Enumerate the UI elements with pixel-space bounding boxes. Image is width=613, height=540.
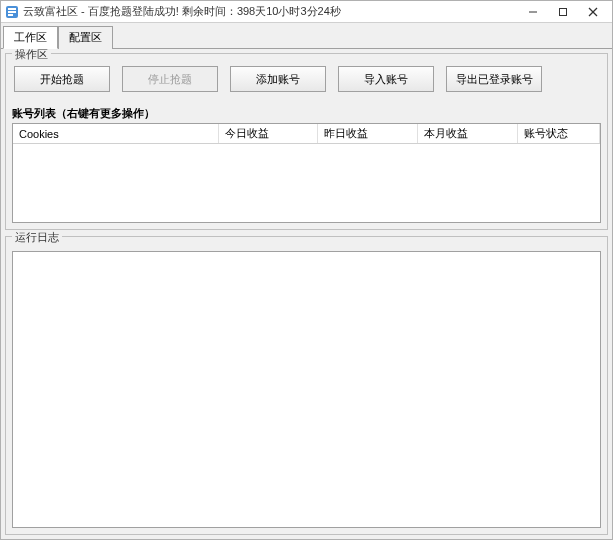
- stop-button[interactable]: 停止抢题: [122, 66, 218, 92]
- app-window: 云致富社区 - 百度抢题登陆成功! 剩余时间：398天10小时3分24秒 工作区…: [0, 0, 613, 540]
- svg-rect-5: [560, 8, 567, 15]
- table-header-row: Cookies 今日收益 昨日收益 本月收益 账号状态: [13, 124, 600, 144]
- export-account-button[interactable]: 导出已登录账号: [446, 66, 542, 92]
- col-status[interactable]: 账号状态: [517, 124, 599, 144]
- col-cookies[interactable]: Cookies: [13, 124, 218, 144]
- tab-bar: 工作区 配置区: [1, 23, 612, 48]
- import-account-button[interactable]: 导入账号: [338, 66, 434, 92]
- col-month[interactable]: 本月收益: [418, 124, 518, 144]
- log-title: 运行日志: [12, 230, 62, 245]
- window-controls: [518, 2, 608, 22]
- add-account-button[interactable]: 添加账号: [230, 66, 326, 92]
- operation-groupbox: 操作区 开始抢题 停止抢题 添加账号 导入账号 导出已登录账号 账号列表（右键有…: [5, 53, 608, 230]
- tab-content: 操作区 开始抢题 停止抢题 添加账号 导入账号 导出已登录账号 账号列表（右键有…: [1, 48, 612, 539]
- tab-work-area[interactable]: 工作区: [3, 26, 58, 49]
- app-icon: [5, 5, 19, 19]
- window-title: 云致富社区 - 百度抢题登陆成功! 剩余时间：398天10小时3分24秒: [23, 4, 518, 19]
- close-button[interactable]: [578, 2, 608, 22]
- tab-config-area[interactable]: 配置区: [58, 26, 113, 49]
- account-area: 账号列表（右键有更多操作） Cookies 今日收益 昨日收益 本月收益 账号状…: [12, 94, 601, 223]
- svg-rect-3: [8, 14, 13, 16]
- svg-rect-1: [8, 8, 16, 10]
- svg-rect-2: [8, 11, 16, 13]
- start-button[interactable]: 开始抢题: [14, 66, 110, 92]
- maximize-button[interactable]: [548, 2, 578, 22]
- col-yesterday[interactable]: 昨日收益: [318, 124, 418, 144]
- minimize-button[interactable]: [518, 2, 548, 22]
- log-groupbox: 运行日志: [5, 236, 608, 535]
- operation-buttons: 开始抢题 停止抢题 添加账号 导入账号 导出已登录账号: [12, 64, 601, 94]
- account-table[interactable]: Cookies 今日收益 昨日收益 本月收益 账号状态: [12, 123, 601, 223]
- log-textarea[interactable]: [12, 251, 601, 528]
- titlebar: 云致富社区 - 百度抢题登陆成功! 剩余时间：398天10小时3分24秒: [1, 1, 612, 23]
- col-today[interactable]: 今日收益: [218, 124, 318, 144]
- account-list-label: 账号列表（右键有更多操作）: [12, 106, 601, 121]
- operation-title: 操作区: [12, 48, 51, 62]
